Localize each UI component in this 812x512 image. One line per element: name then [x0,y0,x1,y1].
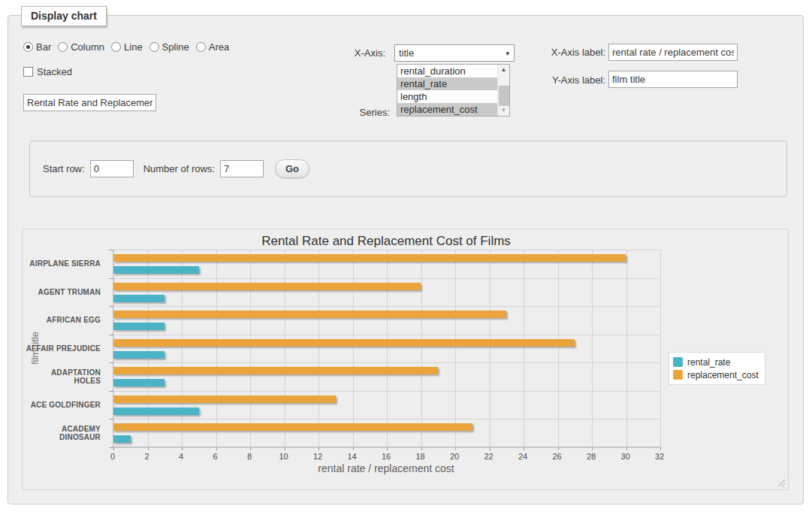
bar-replacement_cost[interactable] [113,367,438,374]
chart-legend: rental_ratereplacement_cost [669,352,765,385]
x-axis-tick [660,447,661,450]
category-label: ADAPTATION HOLES [23,362,107,391]
x-axis-select[interactable]: title ▾ [394,44,515,62]
bar-rental_rate[interactable] [113,407,199,415]
series-option-rental_rate[interactable]: rental_rate [397,77,497,90]
series-option-rental_duration[interactable]: rental_duration [397,65,497,77]
y-axis-tick [109,447,113,448]
x-tick-label: 18 [415,452,424,461]
x-tick-label: 32 [655,452,664,461]
x-tick-label: 8 [247,452,252,461]
stacked-checkbox[interactable] [23,67,33,77]
chart-type-option-line[interactable]: Line [111,41,143,53]
category-band [113,250,660,278]
x-tick-label: 20 [450,452,459,461]
x-axis-selected-value: title [399,47,414,59]
chart-type-option-bar[interactable]: Bar [23,41,51,53]
chart-title-input[interactable] [23,94,156,111]
stacked-label: Stacked [37,66,72,77]
chevron-down-icon: ▾ [506,50,509,57]
radio-icon[interactable] [149,42,159,52]
series-listbox[interactable]: rental_durationrental_ratelengthreplacem… [397,64,510,117]
category-label: ACE GOLDFINGER [23,391,107,420]
legend-label: rental_rate [687,357,730,368]
series-option-length[interactable]: length [397,90,497,103]
bar-rental_rate[interactable] [113,351,165,359]
y-axis-label-input[interactable] [608,71,738,88]
chart-type-radio-group: BarColumnLineSplineArea [23,41,229,53]
x-tick-labels: 02468101214161820222426283032 [113,452,660,462]
bar-replacement_cost[interactable] [113,395,336,403]
legend-swatch [673,370,683,380]
x-axis-title: rental rate / replacement cost [113,462,660,474]
stacked-option[interactable]: Stacked [23,66,72,77]
display-chart-panel: Display chart BarColumnLineSplineArea St… [8,15,804,504]
resize-handle-icon[interactable] [777,478,786,487]
category-label: AFFAIR PREJUDICE [23,335,107,363]
x-tick-label: 30 [620,452,629,461]
x-tick-label: 4 [179,452,183,461]
category-label: AFRICAN EGG [23,306,107,335]
bar-replacement_cost[interactable] [113,339,575,347]
radio-icon[interactable] [58,42,68,52]
number-of-rows-input[interactable] [220,160,264,177]
chart-type-option-label: Area [209,41,229,53]
category-label: AGENT TRUMAN [23,278,107,307]
radio-icon[interactable] [23,42,33,52]
bar-replacement_cost[interactable] [113,254,626,262]
x-axis-select-label: X-Axis: [330,47,385,59]
chart-type-option-spline[interactable]: Spline [149,41,189,53]
category-label: ACADEMY DINOSAUR [23,419,107,447]
chart-type-option-label: Column [71,41,104,53]
category-band [113,419,660,447]
scrollbar-thumb[interactable] [499,86,509,106]
category-band [113,391,660,420]
category-labels: AIRPLANE SIERRAAGENT TRUMANAFRICAN EGGAF… [23,250,107,447]
gridline-vertical [660,250,661,447]
chart-container: Rental Rate and Replacement Cost of Film… [22,229,789,490]
legend-item-replacement_cost[interactable]: replacement_cost [673,368,759,381]
number-of-rows-label: Number of rows: [143,163,215,174]
listbox-scrollbar[interactable]: ▲ ▼ [497,65,509,116]
x-tick-label: 6 [213,452,217,461]
panel-title: Display chart [21,6,107,26]
bar-rental_rate[interactable] [113,266,199,274]
x-axis-label-input[interactable] [608,44,738,61]
category-band [113,335,660,363]
series-listbox-label: Series: [330,107,390,118]
start-row-label: Start row: [43,163,85,174]
x-tick-label: 12 [313,452,322,461]
bar-rental_rate[interactable] [113,435,131,443]
radio-icon[interactable] [196,42,206,52]
bar-replacement_cost[interactable] [113,283,421,290]
bar-rental_rate[interactable] [113,379,165,386]
series-listbox-options: rental_durationrental_ratelengthreplacem… [397,65,497,116]
scroll-down-icon[interactable]: ▼ [498,105,509,116]
legend-item-rental_rate[interactable]: rental_rate [673,356,759,368]
radio-icon[interactable] [111,42,121,52]
chart-type-option-area[interactable]: Area [196,41,229,53]
category-label: AIRPLANE SIERRA [23,250,107,278]
x-tick-label: 0 [110,452,115,461]
chart-type-option-label: Spline [162,41,189,53]
start-row-input[interactable] [90,160,134,177]
x-axis-label-field-label: X-Axis label: [536,47,605,58]
bar-rental_rate[interactable] [113,323,165,330]
plot-area [113,250,660,447]
series-option-replacement_cost[interactable]: replacement_cost [397,103,497,116]
legend-label: replacement_cost [687,370,759,380]
chart-type-option-column[interactable]: Column [58,41,104,53]
scroll-up-icon[interactable]: ▲ [498,65,509,75]
x-tick-label: 2 [144,452,149,461]
bar-replacement_cost[interactable] [113,311,506,318]
y-axis-label-field-label: Y-Axis label: [536,74,605,86]
chart-title: Rental Rate and Replacement Cost of Film… [113,234,660,249]
rows-panel: Start row: Number of rows: Go [29,141,787,197]
category-band [113,306,660,335]
category-band [113,362,660,391]
bar-rental_rate[interactable] [113,295,165,302]
x-tick-label: 26 [552,452,561,461]
bar-replacement_cost[interactable] [113,423,472,431]
page: Display chart BarColumnLineSplineArea St… [0,0,812,512]
go-button[interactable]: Go [275,159,309,178]
